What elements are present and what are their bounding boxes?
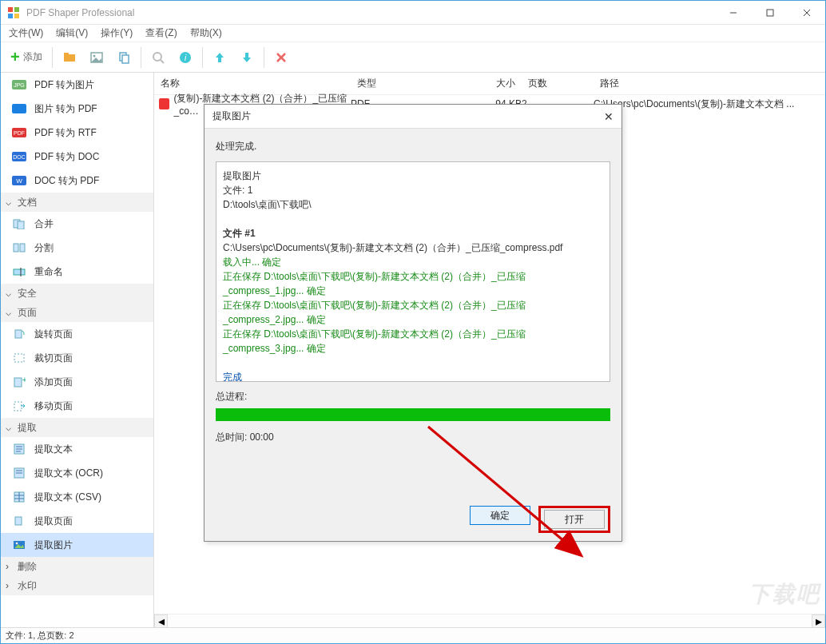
- close-button[interactable]: [788, 2, 825, 24]
- log-line: 载入中... 确定: [223, 255, 603, 269]
- sidebar-item-movepage[interactable]: 移动页面: [1, 394, 153, 418]
- add-button[interactable]: +添加: [4, 44, 49, 71]
- folder-button[interactable]: [56, 44, 83, 71]
- open-button-highlight: 打开: [538, 506, 610, 533]
- sidebar-item-image-to-pdf[interactable]: 图片 转为 PDF: [1, 97, 153, 121]
- sidebar-item-label: DOC 转为 PDF: [34, 174, 99, 188]
- info-button[interactable]: i: [172, 44, 199, 71]
- sidebar-item-label: 合并: [34, 217, 54, 231]
- ocr-icon: [12, 467, 26, 479]
- dialog-status: 处理完成.: [216, 140, 610, 153]
- rename-icon: [12, 266, 26, 277]
- scroll-left-button[interactable]: ◂: [154, 614, 168, 628]
- menu-operate[interactable]: 操作(Y): [96, 25, 137, 42]
- horizontal-scrollbar[interactable]: ◂ ▸: [154, 614, 825, 627]
- col-size[interactable]: 大小: [469, 77, 522, 90]
- svg-point-14: [153, 53, 161, 61]
- sidebar-item-rotate[interactable]: 旋转页面: [1, 322, 153, 346]
- svg-rect-51: [15, 517, 22, 525]
- maximize-button[interactable]: [752, 2, 788, 24]
- sidebar-item-label: PDF 转为 RTF: [34, 126, 97, 140]
- sidebar-item-split[interactable]: 分割: [1, 236, 153, 260]
- sidebar-item-label: 提取页面: [34, 515, 73, 528]
- sidebar-section-document[interactable]: ⌵文档: [1, 193, 153, 212]
- sidebar-item-rename[interactable]: 重命名: [1, 260, 153, 284]
- log-line: 正在保存 D:\tools\桌面\下载吧\(复制)-新建文本文档 (2)（合并）…: [223, 298, 603, 327]
- dialog-buttons: 确定 打开: [216, 498, 610, 533]
- sidebar-item-extract-ocr[interactable]: 提取文本 (OCR): [1, 461, 153, 485]
- sidebar-item-pdf-to-image[interactable]: JPGPDF 转为图片: [1, 73, 153, 97]
- log-line: D:\tools\桌面\下载吧\: [223, 197, 603, 212]
- svg-rect-13: [122, 55, 129, 63]
- svg-rect-8: [64, 54, 75, 62]
- extract-images-dialog: 提取图片 ✕ 处理完成. 提取图片 文件: 1 D:\tools\桌面\下载吧\…: [204, 104, 622, 542]
- sidebar-item-addpage[interactable]: +添加页面: [1, 370, 153, 394]
- col-path[interactable]: 路径: [594, 77, 825, 90]
- sidebar-item-label: 裁切页面: [34, 352, 73, 365]
- sidebar-item-label: PDF 转为图片: [34, 78, 94, 92]
- chevron-down-icon: ⌵: [6, 288, 13, 299]
- crop-icon: [12, 352, 26, 364]
- col-pages[interactable]: 页数: [522, 77, 594, 90]
- dialog-close-button[interactable]: ✕: [604, 110, 614, 123]
- svg-rect-35: [15, 330, 22, 338]
- sidebar-item-extract-pages[interactable]: 提取页面: [1, 509, 153, 533]
- svg-point-11: [93, 54, 95, 57]
- sidebar-item-extract-csv[interactable]: 提取文本 (CSV): [1, 485, 153, 509]
- dialog-log: 提取图片 文件: 1 D:\tools\桌面\下载吧\ 文件 #1 C:\Use…: [216, 161, 610, 382]
- sidebar-section-extract[interactable]: ⌵提取: [1, 418, 153, 437]
- svg-text:JPG: JPG: [14, 82, 25, 88]
- minimize-button[interactable]: [715, 2, 752, 24]
- svg-point-53: [16, 543, 18, 545]
- section-label: 文档: [18, 196, 37, 209]
- sidebar-item-doc-to-pdf[interactable]: WDOC 转为 PDF: [1, 169, 153, 193]
- status-bar: 文件: 1, 总页数: 2: [1, 627, 825, 643]
- log-line: 文件: 1: [223, 183, 603, 197]
- ok-button[interactable]: 确定: [470, 506, 530, 525]
- svg-rect-36: [14, 354, 24, 362]
- window-title: PDF Shaper Professional: [26, 7, 715, 18]
- sidebar-section-security[interactable]: ⌵安全: [1, 284, 153, 303]
- sidebar-item-label: 图片 转为 PDF: [34, 102, 97, 116]
- sidebar-item-merge[interactable]: 合并: [1, 212, 153, 236]
- dialog-title: 提取图片: [212, 109, 251, 123]
- toolbar: +添加 i: [1, 42, 825, 73]
- down-button[interactable]: [233, 44, 260, 71]
- search-button[interactable]: [145, 44, 172, 71]
- menu-help[interactable]: 帮助(X): [185, 25, 227, 42]
- section-label: 水印: [18, 579, 37, 593]
- image-button[interactable]: [83, 44, 110, 71]
- open-button[interactable]: 打开: [544, 510, 605, 529]
- scroll-right-button[interactable]: ▸: [812, 614, 825, 628]
- up-button[interactable]: [206, 44, 233, 71]
- sidebar-item-label: 重命名: [34, 265, 63, 279]
- svg-text:PDF: PDF: [14, 130, 25, 136]
- menu-edit[interactable]: 编辑(V): [51, 25, 93, 42]
- col-name[interactable]: 名称: [154, 77, 351, 90]
- sidebar-item-extract-images[interactable]: 提取图片: [1, 533, 153, 557]
- sidebar-item-crop[interactable]: 裁切页面: [1, 346, 153, 370]
- menu-file[interactable]: 文件(W): [4, 25, 48, 42]
- chevron-down-icon: ⌵: [6, 307, 13, 318]
- sidebar-item-pdf-to-doc[interactable]: DOCPDF 转为 DOC: [1, 145, 153, 169]
- col-type[interactable]: 类型: [351, 77, 469, 90]
- section-label: 安全: [18, 287, 37, 300]
- addpage-icon: +: [12, 376, 26, 388]
- word-icon: W: [12, 175, 26, 186]
- sidebar-section-page[interactable]: ⌵页面: [1, 303, 153, 322]
- sidebar-section-watermark[interactable]: ›水印: [1, 576, 153, 595]
- section-label: 删除: [18, 560, 37, 574]
- menu-view[interactable]: 查看(Z): [141, 25, 181, 42]
- sidebar-item-label: 添加页面: [34, 376, 73, 389]
- sidebar-item-label: 分割: [34, 241, 54, 255]
- sidebar-section-delete[interactable]: ›删除: [1, 557, 153, 576]
- sidebar-item-pdf-to-rtf[interactable]: PDFPDF 转为 RTF: [1, 121, 153, 145]
- pdf-icon: PDF: [12, 127, 26, 138]
- svg-text:+: +: [22, 376, 26, 384]
- delete-button[interactable]: [268, 44, 295, 71]
- svg-rect-2: [8, 14, 13, 18]
- svg-rect-33: [14, 269, 25, 275]
- toolbar-separator: [202, 47, 203, 68]
- copy-button[interactable]: [110, 44, 137, 71]
- sidebar-item-extract-text[interactable]: 提取文本: [1, 437, 153, 461]
